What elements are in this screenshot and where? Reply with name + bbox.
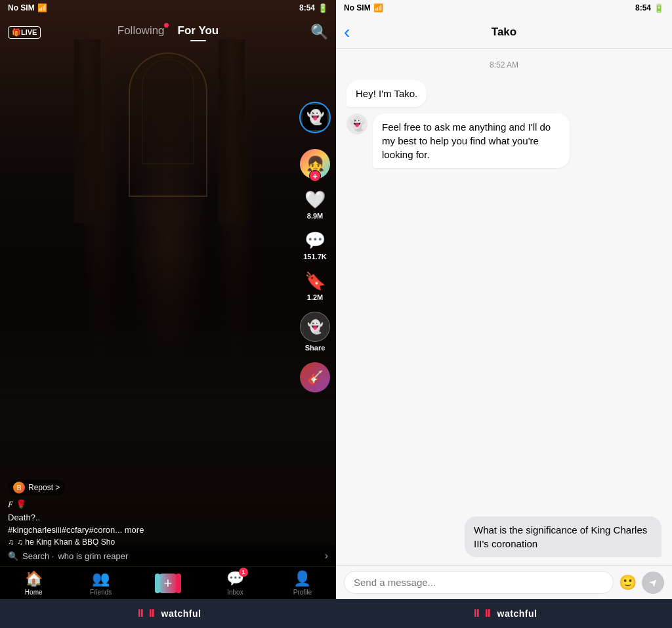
like-action[interactable]: 🤍 8.9M: [304, 190, 326, 220]
tiktok-nav: 🎁 LIVE Following For You 🔍: [0, 16, 336, 49]
profile-icon: 👤: [293, 570, 311, 587]
nav-friends[interactable]: 👥 Friends: [67, 570, 134, 596]
snapchat-icon: 👻: [307, 319, 324, 335]
home-icon: 🏠: [25, 570, 43, 587]
follow-plus-icon: +: [309, 170, 321, 182]
bottom-navigation: 🏠 Home 👥 Friends + 💬 1 Inbox 👤: [0, 566, 336, 599]
share-label: Share: [305, 344, 326, 352]
status-bar-right: No SIM 📶 8:54 🔋: [336, 0, 672, 16]
bubble-2: Feel free to ask me anything and I'll do…: [373, 114, 570, 168]
right-carrier-text: No SIM: [344, 3, 371, 12]
nav-tabs: Following For You: [117, 24, 219, 40]
message-row-1: Hey! I'm Tako.: [346, 80, 662, 107]
profile-label: Profile: [293, 589, 312, 596]
bubble-sent-text: What is the significance of King Charles…: [474, 524, 647, 549]
comment-action[interactable]: 💬 151.7K: [303, 230, 326, 261]
follow-avatar[interactable]: 👧 +: [300, 149, 330, 179]
video-caption: Death?..: [8, 513, 290, 522]
share-action[interactable]: 👻 Share: [300, 312, 330, 352]
bookmark-count: 1.2M: [307, 293, 323, 301]
chat-title: Tako: [492, 26, 516, 39]
message-row-sent: What is the significance of King Charles…: [346, 516, 662, 557]
comment-count: 151.7K: [303, 253, 326, 261]
live-text: LIVE: [21, 28, 37, 36]
heart-icon: 🤍: [304, 190, 326, 210]
comment-icon: 💬: [304, 230, 326, 251]
for-you-tab[interactable]: For You: [178, 24, 219, 40]
gift-icon: 🎁: [12, 28, 21, 37]
following-label: Following: [117, 24, 165, 37]
right-time: 8:54: [635, 3, 651, 12]
for-you-label: For You: [178, 24, 219, 37]
emoji-button[interactable]: 🙂: [619, 574, 637, 591]
bubble-1-text: Hey! I'm Tako.: [356, 88, 417, 99]
send-arrow-icon: ➤: [646, 575, 661, 590]
status-bar-left: No SIM 📶 8:54 🔋: [0, 0, 336, 16]
battery-icon-left: 🔋: [318, 3, 328, 13]
creator-name[interactable]: 𝐹 🌹: [8, 499, 290, 510]
inbox-icon-wrapper: 💬 1: [226, 570, 244, 587]
bubble-sent: What is the significance of King Charles…: [465, 516, 662, 557]
inbox-label: Inbox: [227, 589, 243, 596]
hashtag-text: #kingcharlesiii#ccfary#coron... more: [8, 525, 144, 535]
chat-messages-area: 8:52 AM Hey! I'm Tako. 👻 Feel free to as…: [336, 49, 672, 565]
right-wifi-icon: 📶: [373, 3, 383, 12]
right-carrier: No SIM 📶: [344, 3, 383, 12]
search-icon[interactable]: 🔍: [310, 24, 328, 41]
carrier-text: No SIM: [8, 3, 35, 12]
message-spacer: [346, 175, 662, 510]
video-actions: 👻 👧 + 🤍 8.9M 💬 151.7K �: [299, 102, 331, 392]
caption-text: Death?..: [8, 513, 40, 522]
watchful-footer: ⏸⏸ watchful ⏸⏸ watchful: [0, 599, 672, 628]
plus-icon: +: [164, 575, 173, 592]
message-timestamp: 8:52 AM: [346, 60, 662, 70]
home-label: Home: [25, 589, 43, 596]
time-left: 8:54: [299, 3, 315, 12]
search-bottom-bar[interactable]: 🔍 Search · who is grim reaper ›: [0, 545, 336, 566]
nav-profile[interactable]: 👤 Profile: [269, 570, 336, 596]
bookmark-action[interactable]: 🔖 1.2M: [304, 271, 326, 301]
live-badge[interactable]: 🎁 LIVE: [8, 26, 41, 39]
video-hashtags[interactable]: #kingcharlesiii#ccfary#coron... more: [8, 525, 290, 535]
search-label: Search ·: [22, 551, 54, 561]
repost-badge[interactable]: B Repost >: [8, 480, 65, 495]
repost-avatar: B: [13, 482, 25, 493]
nav-inbox[interactable]: 💬 1 Inbox: [201, 570, 268, 596]
video-info: B Repost > 𝐹 🌹 Death?.. #kingcharlesiii#…: [8, 480, 290, 547]
friends-label: Friends: [90, 589, 112, 596]
watchful-brand-right: watchful: [497, 608, 537, 619]
back-button[interactable]: ‹: [344, 22, 350, 43]
send-button[interactable]: ➤: [642, 572, 664, 594]
carrier-signal: No SIM 📶: [8, 3, 47, 12]
repost-label: Repost >: [28, 483, 60, 492]
create-button[interactable]: +: [158, 574, 179, 593]
nav-home[interactable]: 🏠 Home: [0, 570, 67, 596]
watchful-left: ⏸⏸ watchful: [0, 599, 336, 628]
creator-avatar-emoji: 🎸: [307, 369, 324, 385]
tiktok-panel: No SIM 📶 8:54 🔋 🎁 LIVE Following For You: [0, 0, 336, 599]
inbox-badge: 1: [239, 568, 248, 577]
following-notification-dot: [164, 23, 169, 28]
bookmark-icon: 🔖: [304, 271, 326, 291]
creator-bottom-avatar[interactable]: 🎸: [300, 362, 330, 392]
bubble-2-text: Feel free to ask me anything and I'll do…: [382, 121, 551, 160]
battery-time: 8:54 🔋: [299, 3, 328, 13]
nav-create[interactable]: +: [135, 574, 201, 593]
message-input[interactable]: [344, 571, 614, 594]
tako-avatar: 👻: [346, 114, 368, 135]
search-bottom-content: 🔍 Search · who is grim reaper: [8, 551, 128, 561]
share-circle: 👻: [300, 312, 330, 342]
tako-ghost-icon: 👻: [349, 116, 366, 132]
creator-name-text: 𝐹 🌹: [8, 499, 26, 510]
following-tab[interactable]: Following: [117, 24, 165, 40]
bubble-1: Hey! I'm Tako.: [346, 80, 427, 107]
chat-header: ‹ Tako: [336, 16, 672, 49]
search-chevron-icon: ›: [325, 550, 328, 562]
like-count: 8.9M: [307, 212, 323, 220]
search-query: who is grim reaper: [58, 551, 128, 561]
watchful-right: ⏸⏸ watchful: [336, 599, 672, 628]
watchful-logo-right: ⏸⏸: [471, 608, 494, 619]
creator-avatar[interactable]: 👻: [299, 102, 331, 133]
back-chevron-icon: ‹: [344, 22, 350, 43]
ghost-icon: 👻: [303, 105, 327, 130]
